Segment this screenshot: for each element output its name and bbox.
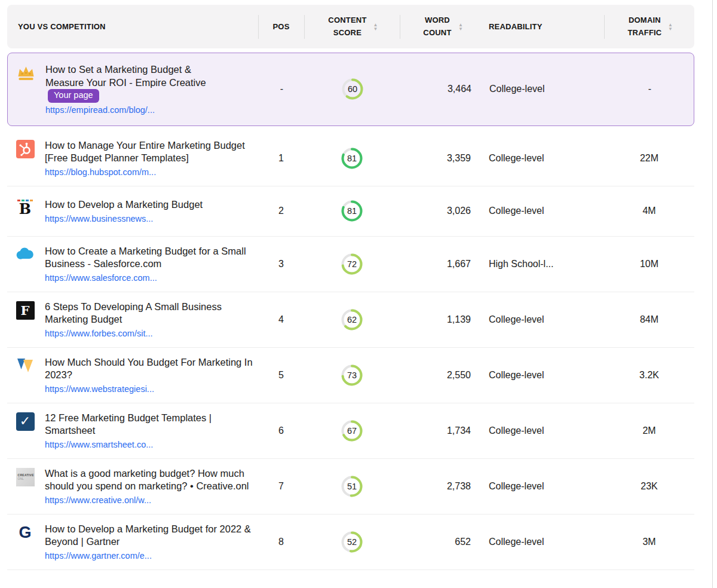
header-col-domain-traffic[interactable]: DOMAIN TRAFFIC ▲▼: [604, 5, 694, 48]
pos-value: 5: [258, 370, 304, 381]
header-label: DOMAIN TRAFFIC: [626, 14, 664, 38]
content-score-cell: 81: [304, 147, 400, 170]
pos-value: 4: [258, 314, 304, 325]
salesforce-icon: [15, 246, 35, 266]
result-cell: How Much Should You Budget For Marketing…: [7, 356, 258, 394]
result-url[interactable]: https://www.smartsheet.co...: [45, 440, 153, 449]
table-row[interactable]: ✓ 12 Free Marketing Budget Templates | S…: [7, 403, 694, 459]
header-col-pos: POS: [258, 5, 304, 48]
result-url[interactable]: https://www.creative.onl/w...: [45, 495, 151, 505]
sort-icon[interactable]: ▲▼: [373, 23, 378, 31]
sort-icon[interactable]: ▲▼: [668, 23, 673, 31]
table-row[interactable]: G How to Develop a Marketing Budget for …: [7, 514, 694, 570]
word-count-value: 1,734: [400, 425, 484, 436]
salesforce-icon: [15, 246, 35, 262]
pos-value: 2: [258, 206, 304, 216]
creative-onl-icon: CREATIVEONL: [15, 468, 35, 488]
result-url[interactable]: https://www.webstrategiesi...: [45, 384, 154, 394]
content-score-value: 62: [341, 308, 363, 331]
word-count-value: 2,738: [400, 481, 484, 492]
readability-value: College-level: [484, 206, 604, 216]
smartsheet-icon: ✓: [15, 412, 35, 433]
readability-value: College-level: [484, 370, 604, 381]
domain-traffic-value: 3.2K: [604, 370, 694, 381]
header-col-readability: READABILITY: [484, 5, 604, 48]
result-cell: F 6 Steps To Developing A Small Business…: [7, 301, 258, 339]
result-url[interactable]: https://www.gartner.com/e...: [45, 551, 152, 561]
pos-value: 3: [258, 259, 304, 270]
content-score-ring: 60: [341, 78, 364, 100]
hubspot-icon: [16, 140, 35, 158]
smartsheet-icon: ✓: [16, 412, 35, 431]
header-label: YOU VS COMPETITION: [18, 22, 106, 31]
crown-icon: [16, 64, 36, 82]
scrollbar-track[interactable]: [712, 0, 713, 588]
result-cell: How to Create a Marketing Budget for a S…: [7, 245, 258, 283]
result-url[interactable]: https://blog.hubspot.com/m...: [45, 167, 156, 177]
readability-value: College-level: [484, 481, 604, 492]
content-score-ring: 67: [341, 419, 363, 442]
table-row[interactable]: How to Set a Marketing Budget & Measure …: [7, 53, 694, 126]
header-col-content-score[interactable]: CONTENT SCORE ▲▼: [304, 5, 400, 48]
result-cell: G How to Develop a Marketing Budget for …: [7, 523, 258, 561]
content-score-cell: 72: [304, 253, 400, 275]
content-score-cell: 60: [305, 78, 400, 100]
table-row[interactable]: How to Create a Marketing Budget for a S…: [7, 237, 694, 292]
content-score-ring: 81: [341, 147, 363, 170]
readability-value: College-level: [484, 314, 604, 325]
content-score-value: 81: [341, 147, 363, 170]
domain-traffic-value: 3M: [604, 537, 694, 547]
table-row[interactable]: F 6 Steps To Developing A Small Business…: [7, 292, 694, 348]
pos-value: 6: [258, 425, 304, 436]
result-title: 12 Free Marketing Budget Templates | Sma…: [45, 412, 255, 437]
table-header: YOU VS COMPETITION POS CONTENT SCORE ▲▼ …: [7, 5, 694, 48]
header-col-you-vs-competition: YOU VS COMPETITION: [7, 5, 258, 48]
result-cell: How to Manage Your Entire Marketing Budg…: [7, 139, 258, 177]
pos-value: 1: [258, 153, 304, 164]
table-row[interactable]: How Much Should You Budget For Marketing…: [7, 348, 694, 403]
content-score-cell: 52: [304, 531, 400, 553]
word-count-value: 1,667: [400, 259, 484, 270]
result-url[interactable]: https://www.salesforce.com...: [45, 273, 157, 283]
table-row[interactable]: How to Manage Your Entire Marketing Budg…: [7, 131, 694, 186]
business-news-daily-icon: B: [15, 199, 35, 219]
result-title: How to Create a Marketing Budget for a S…: [45, 245, 255, 271]
domain-traffic-value: -: [605, 84, 695, 94]
webstrategies-icon: [16, 357, 35, 373]
result-title: How to Manage Your Entire Marketing Budg…: [45, 139, 255, 165]
result-title: 6 Steps To Developing A Small Business M…: [45, 301, 255, 326]
table-row[interactable]: B How to Develop a Marketing Budget http…: [7, 186, 694, 237]
content-score-value: 51: [341, 475, 363, 498]
header-label: WORD COUNT: [421, 14, 454, 38]
result-url[interactable]: https://www.businessnews...: [45, 214, 153, 223]
sort-icon[interactable]: ▲▼: [458, 23, 463, 31]
content-score-ring: 81: [341, 200, 363, 222]
content-score-value: 60: [341, 78, 364, 100]
word-count-value: 2,550: [400, 370, 484, 381]
forbes-icon: F: [16, 301, 35, 320]
result-title: How to Develop a Marketing Budget: [45, 198, 203, 212]
result-url[interactable]: https://empiread.com/blog/...: [45, 105, 155, 115]
domain-traffic-value: 10M: [604, 259, 694, 270]
word-count-value: 3,464: [400, 84, 485, 94]
creative-onl-icon: CREATIVEONL: [16, 468, 35, 486]
result-cell: How to Set a Marketing Budget & Measure …: [8, 63, 259, 115]
word-count-value: 3,359: [400, 153, 484, 164]
content-score-ring: 72: [341, 253, 363, 275]
gartner-icon: G: [15, 523, 35, 544]
result-cell: ✓ 12 Free Marketing Budget Templates | S…: [7, 412, 258, 450]
content-score-cell: 51: [304, 475, 400, 498]
header-label: CONTENT SCORE: [326, 14, 369, 38]
hubspot-icon: [15, 140, 35, 160]
crown-icon: [16, 64, 36, 84]
table-row[interactable]: CREATIVEONL What is a good marketing bud…: [7, 459, 694, 514]
header-col-word-count[interactable]: WORD COUNT ▲▼: [400, 5, 484, 48]
domain-traffic-value: 84M: [604, 314, 694, 325]
result-title: How Much Should You Budget For Marketing…: [45, 356, 255, 382]
content-score-ring: 62: [341, 308, 363, 331]
result-url[interactable]: https://www.forbes.com/sit...: [45, 329, 153, 338]
readability-value: College-level: [484, 537, 604, 547]
your-page-badge: Your page: [48, 89, 99, 103]
pos-value: 7: [258, 481, 304, 492]
word-count-value: 652: [400, 537, 484, 547]
